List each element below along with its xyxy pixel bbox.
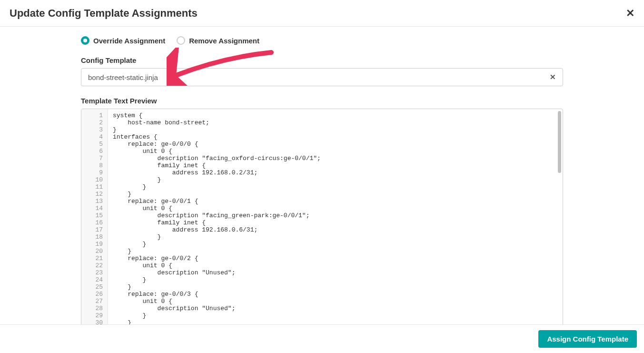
line-number: 13 bbox=[81, 198, 108, 205]
line-number: 23 bbox=[81, 269, 108, 276]
template-preview-box: 1234567891011121314151617181920212223242… bbox=[81, 109, 563, 328]
line-number: 15 bbox=[81, 212, 108, 219]
line-number: 14 bbox=[81, 205, 108, 212]
line-number: 10 bbox=[81, 176, 108, 183]
line-number: 26 bbox=[81, 291, 108, 298]
config-template-select[interactable]: bond-street-static.jinja ✕ bbox=[81, 68, 563, 86]
config-template-value: bond-street-static.jinja bbox=[88, 73, 158, 81]
radio-remove-label: Remove Assignment bbox=[189, 37, 259, 45]
template-code-area[interactable]: system { host-name bond-street; } interf… bbox=[108, 109, 563, 327]
line-number: 7 bbox=[81, 155, 108, 162]
line-number: 9 bbox=[81, 169, 108, 176]
assignment-mode-radios: Override Assignment Remove Assignment bbox=[81, 36, 563, 45]
modal-body: Override Assignment Remove Assignment Co… bbox=[0, 27, 644, 328]
line-number: 1 bbox=[81, 112, 108, 119]
preview-scrollbar[interactable] bbox=[558, 111, 561, 173]
line-number: 28 bbox=[81, 305, 108, 312]
line-number: 16 bbox=[81, 219, 108, 226]
line-number: 24 bbox=[81, 276, 108, 283]
modal-header: Update Config Template Assignments ✕ bbox=[0, 0, 644, 27]
radio-checked-icon bbox=[81, 36, 89, 45]
config-template-label: Config Template bbox=[81, 56, 563, 64]
line-number: 18 bbox=[81, 233, 108, 241]
line-number: 20 bbox=[81, 248, 108, 255]
modal-footer: Assign Config Template bbox=[0, 324, 644, 353]
line-number: 17 bbox=[81, 226, 108, 233]
line-number: 11 bbox=[81, 183, 108, 191]
close-icon[interactable]: ✕ bbox=[626, 7, 634, 20]
line-number: 29 bbox=[81, 312, 108, 319]
radio-override[interactable]: Override Assignment bbox=[81, 36, 165, 45]
line-number: 12 bbox=[81, 191, 108, 198]
assign-config-template-button[interactable]: Assign Config Template bbox=[538, 330, 637, 348]
modal-title: Update Config Template Assignments bbox=[10, 7, 198, 20]
template-preview-label: Template Text Preview bbox=[81, 97, 563, 105]
line-number: 6 bbox=[81, 148, 108, 155]
line-number: 4 bbox=[81, 133, 108, 141]
line-number: 3 bbox=[81, 126, 108, 133]
line-number: 22 bbox=[81, 262, 108, 269]
radio-override-label: Override Assignment bbox=[93, 37, 165, 45]
line-number: 2 bbox=[81, 119, 108, 126]
radio-unchecked-icon bbox=[177, 36, 185, 45]
line-number: 19 bbox=[81, 241, 108, 248]
line-number: 25 bbox=[81, 283, 108, 291]
line-number-gutter: 1234567891011121314151617181920212223242… bbox=[81, 109, 108, 327]
line-number: 8 bbox=[81, 162, 108, 169]
line-number: 27 bbox=[81, 298, 108, 305]
clear-select-icon[interactable]: ✕ bbox=[550, 73, 556, 81]
radio-remove[interactable]: Remove Assignment bbox=[177, 36, 259, 45]
line-number: 5 bbox=[81, 141, 108, 148]
line-number: 21 bbox=[81, 255, 108, 262]
